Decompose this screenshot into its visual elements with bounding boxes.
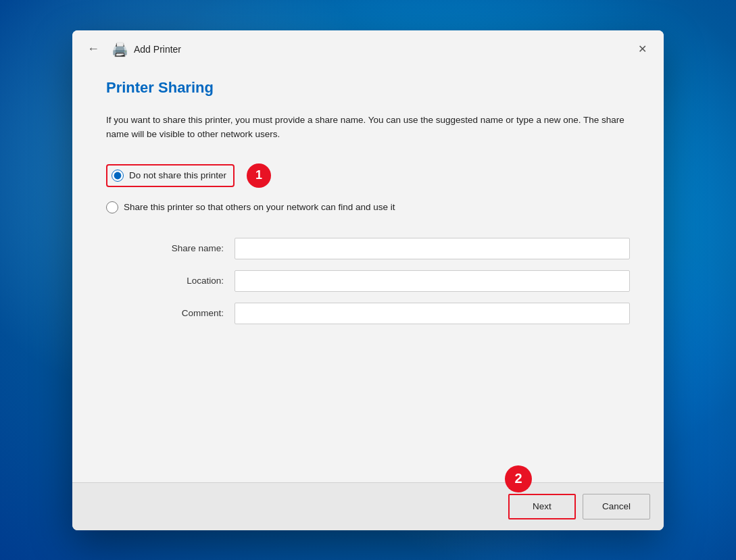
dialog-title-area: 🖨️ Add Printer [112,41,181,57]
radio-group: Do not share this printer 1 Share this p… [106,163,630,218]
radio-option-2[interactable]: Share this printer so that others on you… [106,197,630,218]
dialog-overlay: ← 🖨️ Add Printer ✕ Printer Sharing If yo… [0,0,736,560]
location-label: Location: [126,276,235,286]
share-name-input[interactable] [235,238,630,259]
dialog-title-text: Add Printer [134,44,181,55]
share-name-label: Share name: [126,243,235,253]
next-button[interactable]: Next [508,494,576,519]
comment-label: Comment: [126,308,235,318]
radio-share[interactable] [106,201,118,213]
badge-1: 1 [247,163,271,188]
radio-do-not-share[interactable] [112,170,124,182]
fields-area: Share name: Location: Comment: [126,238,630,324]
location-input[interactable] [235,270,630,292]
dialog-nav: ← 🖨️ Add Printer [83,41,181,57]
comment-input[interactable] [235,303,630,324]
radio-label-2[interactable]: Share this printer so that others on you… [124,202,395,212]
back-button[interactable]: ← [83,41,103,57]
radio-highlighted-box: Do not share this printer [106,164,235,187]
comment-row: Comment: [126,303,630,324]
dialog-content: Printer Sharing If you want to share thi… [72,66,664,482]
description-text: If you want to share this printer, you m… [106,113,630,142]
add-printer-dialog: ← 🖨️ Add Printer ✕ Printer Sharing If yo… [72,30,664,530]
dialog-footer: 2 Next Cancel [72,482,664,530]
badge-2: 2 [505,465,532,492]
radio-option-1[interactable]: Do not share this printer 1 [106,163,630,188]
share-name-row: Share name: [126,238,630,259]
cancel-button[interactable]: Cancel [583,494,650,519]
section-title: Printer Sharing [106,79,630,97]
location-row: Location: [126,270,630,292]
radio-label-1[interactable]: Do not share this printer [129,170,226,180]
close-button[interactable]: ✕ [631,39,653,60]
printer-icon: 🖨️ [112,41,128,57]
dialog-titlebar: ← 🖨️ Add Printer ✕ [72,30,664,66]
